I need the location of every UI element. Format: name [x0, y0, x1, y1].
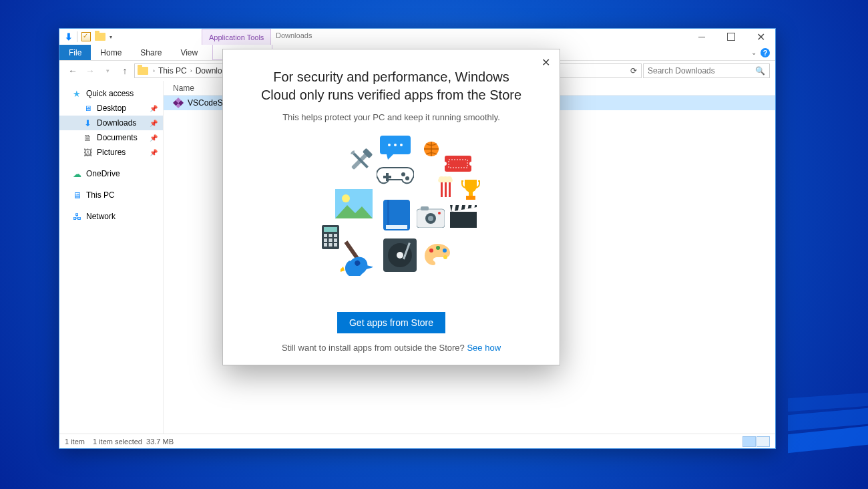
nav-onedrive[interactable]: ☁ OneDrive — [59, 166, 163, 181]
pictures-icon: 🖼 — [82, 148, 93, 157]
search-icon[interactable]: 🔍 — [755, 66, 765, 75]
svg-rect-47 — [324, 238, 327, 242]
nav-downloads[interactable]: ⬇ Downloads 📌 — [59, 116, 163, 130]
svg-point-61 — [429, 249, 433, 253]
nav-label: OneDrive — [86, 169, 120, 178]
svg-point-18 — [439, 176, 444, 182]
nav-recent-button[interactable]: ▾ — [99, 63, 116, 79]
pin-icon: 📌 — [150, 120, 158, 127]
cloud-icon: ☁ — [71, 169, 82, 178]
see-how-link[interactable]: See how — [467, 343, 501, 353]
nav-pane: ★ Quick access 🖥 Desktop 📌 ⬇ Downloads 📌… — [59, 81, 164, 434]
svg-point-62 — [436, 246, 440, 250]
turntable-icon — [383, 238, 417, 272]
tab-share[interactable]: Share — [131, 45, 171, 60]
svg-point-59 — [397, 252, 403, 259]
quick-access-toolbar: ⬇ ▾ — [59, 31, 112, 42]
svg-point-19 — [447, 176, 452, 182]
nav-pictures[interactable]: 🖼 Pictures 📌 — [59, 145, 163, 160]
tools-icon — [347, 146, 375, 174]
qat-download-icon[interactable]: ⬇ — [65, 31, 73, 42]
tab-view[interactable]: View — [171, 45, 207, 60]
svg-rect-46 — [334, 234, 337, 237]
maximize-button[interactable] — [716, 29, 746, 45]
svg-point-15 — [401, 172, 405, 176]
window-controls: ✕ — [687, 29, 775, 45]
svg-rect-14 — [383, 176, 391, 178]
qat-customize-icon[interactable]: ▾ — [110, 34, 112, 40]
svg-marker-56 — [341, 267, 345, 272]
star-icon: ★ — [71, 89, 82, 98]
nav-desktop[interactable]: 🖥 Desktop 📌 — [59, 101, 163, 116]
ribbon-expand-icon[interactable]: ⌄ — [751, 49, 756, 56]
refresh-icon[interactable]: ⟳ — [629, 66, 638, 75]
help-icon[interactable]: ? — [761, 48, 770, 57]
nav-quick-access[interactable]: ★ Quick access — [59, 86, 163, 101]
minimize-button[interactable] — [687, 29, 716, 45]
basketball-icon — [423, 141, 439, 157]
guitar-icon — [338, 238, 375, 276]
search-input[interactable] — [648, 66, 755, 75]
tab-file[interactable]: File — [59, 45, 91, 60]
search-box[interactable]: 🔍 — [643, 63, 770, 78]
dialog-close-button[interactable]: ✕ — [538, 55, 553, 69]
nav-label: This PC — [86, 190, 115, 200]
network-icon: 🖧 — [71, 212, 82, 221]
desktop-icon: 🖥 — [82, 104, 93, 113]
statusbar: 1 item 1 item selected 33.7 MB — [59, 434, 775, 448]
svg-rect-49 — [334, 238, 337, 242]
nav-label: Desktop — [97, 104, 126, 113]
picture-icon — [335, 189, 373, 218]
nav-label: Documents — [97, 133, 138, 142]
context-tab-application-tools[interactable]: Application Tools — [202, 29, 271, 45]
trophy-icon — [461, 178, 481, 201]
nav-documents[interactable]: 🗎 Documents 📌 — [59, 130, 163, 145]
window-title: Downloads — [276, 31, 312, 39]
popcorn-icon — [437, 176, 454, 198]
svg-rect-52 — [334, 243, 337, 247]
pin-icon: 📌 — [150, 134, 158, 142]
svg-point-26 — [342, 194, 350, 202]
breadcrumb-segment[interactable]: This PC — [158, 66, 187, 75]
status-item-count: 1 item — [65, 438, 85, 446]
qat-newfolder-icon[interactable] — [95, 33, 105, 41]
get-apps-button[interactable]: Get apps from Store — [337, 312, 445, 333]
status-selected: 1 item selected 33.7 MB — [93, 438, 174, 446]
view-toggle[interactable] — [742, 436, 770, 447]
nav-up-button[interactable]: ↑ — [117, 63, 133, 79]
nav-back-button[interactable]: ← — [65, 63, 81, 79]
large-icons-view-icon[interactable] — [756, 436, 770, 447]
svg-rect-32 — [421, 206, 429, 210]
pin-icon: 📌 — [150, 149, 158, 156]
ticket-icon — [445, 156, 471, 172]
chevron-right-icon[interactable]: › — [188, 67, 194, 74]
svg-rect-30 — [387, 200, 389, 225]
svg-rect-50 — [324, 243, 327, 247]
chevron-right-icon[interactable]: › — [151, 67, 157, 74]
svg-rect-22 — [449, 182, 451, 197]
svg-rect-51 — [329, 243, 333, 247]
nav-network[interactable]: 🖧 Network — [59, 209, 163, 224]
svg-rect-48 — [329, 238, 333, 242]
clapper-icon — [450, 205, 477, 228]
dialog-illustration — [243, 136, 539, 308]
svg-rect-44 — [324, 234, 327, 237]
svg-rect-36 — [450, 212, 477, 228]
chat-icon — [380, 136, 411, 160]
book-icon — [383, 200, 410, 230]
vscode-icon — [173, 98, 184, 108]
nav-label: Downloads — [97, 118, 136, 128]
nav-thispc[interactable]: 🖥 This PC — [59, 188, 163, 202]
camera-icon — [417, 206, 445, 228]
details-view-icon[interactable] — [742, 436, 756, 447]
svg-rect-20 — [441, 182, 443, 197]
palette-icon — [423, 242, 451, 267]
documents-icon: 🗎 — [82, 133, 93, 142]
pc-icon: 🖥 — [71, 190, 82, 200]
svg-rect-53 — [344, 240, 359, 259]
qat-properties-icon[interactable] — [81, 32, 91, 41]
nav-forward-button[interactable]: → — [82, 63, 98, 79]
separator — [77, 31, 77, 42]
tab-home[interactable]: Home — [91, 45, 131, 60]
close-button[interactable]: ✕ — [746, 29, 775, 45]
